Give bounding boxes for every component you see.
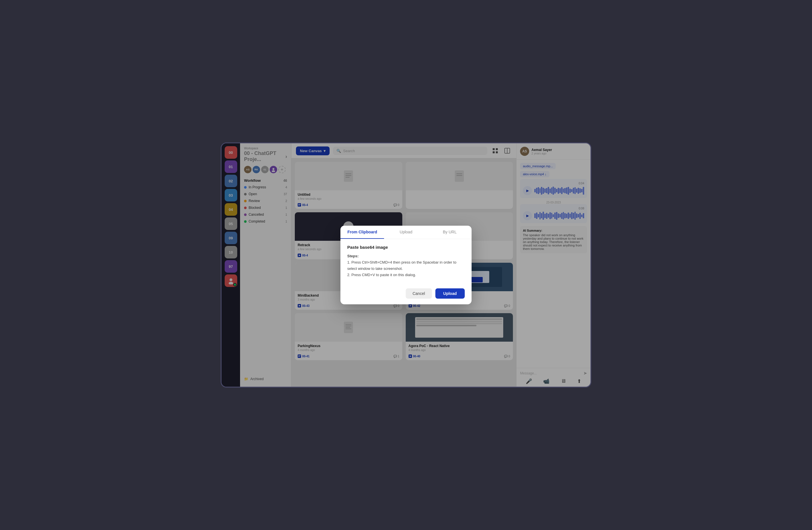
modal-title: Paste base64 image xyxy=(347,245,465,250)
modal-body: Paste base64 image Steps: 1. Press Ctrl+… xyxy=(340,239,472,284)
modal-overlay[interactable]: From Clipboard Upload By URL Paste base6… xyxy=(221,143,591,387)
modal-actions: Cancel Upload xyxy=(340,284,472,304)
steps-label: Steps: xyxy=(347,254,359,258)
device-frame: 00 01 02 03 04 05 09 10 97 Workspace 00 … xyxy=(221,143,591,387)
cancel-button[interactable]: Cancel xyxy=(406,289,432,299)
modal-steps: Steps: 1. Press Ctrl+Shift+CMD+4 then pr… xyxy=(347,253,465,278)
tab-by-url[interactable]: By URL xyxy=(428,226,472,239)
tab-upload[interactable]: Upload xyxy=(384,226,428,239)
app-container: 00 01 02 03 04 05 09 10 97 Workspace 00 … xyxy=(221,143,591,387)
upload-button[interactable]: Upload xyxy=(435,289,465,299)
tab-from-clipboard[interactable]: From Clipboard xyxy=(340,226,384,239)
step-1: 1. Press Ctrl+Shift+CMD+4 then press on … xyxy=(347,260,456,271)
upload-modal: From Clipboard Upload By URL Paste base6… xyxy=(340,226,472,304)
modal-tabs: From Clipboard Upload By URL xyxy=(340,226,472,239)
step-2: 2. Press CMD+V to paste it on this dialo… xyxy=(347,273,416,277)
